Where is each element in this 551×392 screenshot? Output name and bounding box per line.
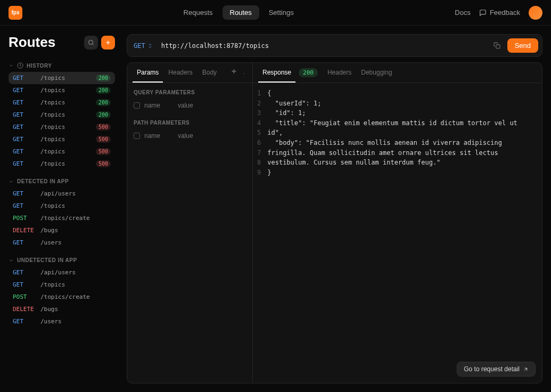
feedback-label: Feedback bbox=[490, 9, 520, 17]
route-item[interactable]: GET/topics200 bbox=[9, 109, 115, 121]
route-path: /topics bbox=[40, 124, 91, 130]
go-to-detail-button[interactable]: Go to request detail bbox=[457, 362, 536, 377]
route-item[interactable]: GET/topics500 bbox=[9, 121, 115, 133]
clock-icon bbox=[17, 62, 23, 69]
nav-right: Docs Feedback bbox=[455, 6, 542, 20]
section-detected-header[interactable]: DETECTED IN APP bbox=[9, 175, 115, 187]
param-value-input[interactable] bbox=[178, 102, 207, 109]
status-badge: 500 bbox=[96, 124, 111, 130]
path-params-title: PATH PARAMETERS bbox=[134, 120, 246, 126]
route-method: GET bbox=[13, 269, 35, 276]
sidebar-title: Routes bbox=[9, 34, 55, 51]
search-button[interactable] bbox=[84, 36, 98, 50]
route-path: /api/users bbox=[40, 269, 111, 276]
route-item[interactable]: GET/topics bbox=[9, 200, 115, 212]
avatar[interactable] bbox=[529, 6, 542, 20]
route-item[interactable]: DELETE/bugs bbox=[9, 224, 115, 236]
tab-debugging[interactable]: Debugging bbox=[357, 63, 396, 83]
tab-response[interactable]: Response bbox=[258, 63, 295, 83]
route-item[interactable]: GET/topics500 bbox=[9, 145, 115, 158]
line-numbers: 123456789 bbox=[253, 88, 267, 177]
route-item[interactable]: GET/topics500 bbox=[9, 158, 115, 170]
request-panel-body: QUERY PARAMETERS PATH PARAMETERS bbox=[127, 83, 252, 383]
tab-body[interactable]: Body bbox=[198, 63, 221, 83]
query-params-title: QUERY PARAMETERS bbox=[134, 89, 246, 95]
route-item[interactable]: POST/topics/create bbox=[9, 212, 115, 224]
chevron-down-icon bbox=[9, 258, 14, 263]
status-badge: 500 bbox=[96, 148, 111, 155]
more-button[interactable]: · bbox=[241, 67, 247, 79]
route-method: GET bbox=[13, 136, 35, 143]
method-select[interactable]: GET bbox=[134, 42, 157, 50]
ai-button[interactable] bbox=[228, 67, 240, 79]
svg-line-1 bbox=[92, 44, 93, 45]
tab-headers-response[interactable]: Headers bbox=[323, 63, 356, 83]
route-item[interactable]: GET/users bbox=[9, 315, 115, 328]
send-button[interactable]: Send bbox=[507, 38, 538, 53]
tab-headers-request[interactable]: Headers bbox=[164, 63, 196, 83]
add-route-button[interactable] bbox=[101, 36, 115, 50]
route-path: /topics bbox=[40, 99, 91, 106]
param-checkbox[interactable] bbox=[134, 102, 140, 109]
route-path: /topics bbox=[40, 148, 91, 155]
tab-params[interactable]: Params bbox=[133, 63, 163, 83]
undetected-list: GET/api/usersGET/topicsPOST/topics/creat… bbox=[9, 266, 115, 328]
sidebar: Routes HISTORY GET/topics200GET/topics20… bbox=[0, 26, 124, 392]
route-item[interactable]: GET/users bbox=[9, 236, 115, 249]
route-method: GET bbox=[13, 75, 35, 81]
route-item[interactable]: POST/topics/create bbox=[9, 291, 115, 303]
param-value-input[interactable] bbox=[178, 132, 207, 140]
route-item[interactable]: DELETE/bugs bbox=[9, 303, 115, 315]
copy-icon bbox=[494, 42, 500, 49]
copy-button[interactable] bbox=[491, 40, 503, 52]
nav-settings[interactable]: Settings bbox=[261, 5, 301, 20]
route-method: POST bbox=[13, 215, 35, 222]
route-item[interactable]: GET/topics200 bbox=[9, 84, 115, 96]
route-item[interactable]: GET/topics500 bbox=[9, 133, 115, 145]
route-method: GET bbox=[13, 190, 35, 197]
nav-requests[interactable]: Requests bbox=[176, 5, 220, 20]
route-path: /topics bbox=[40, 75, 91, 81]
section-history-header[interactable]: HISTORY bbox=[9, 59, 115, 72]
sidebar-actions bbox=[84, 36, 115, 50]
main: Routes HISTORY GET/topics200GET/topics20… bbox=[0, 26, 551, 392]
route-method: GET bbox=[13, 318, 35, 325]
route-path: /bugs bbox=[40, 306, 111, 313]
route-method: GET bbox=[13, 148, 35, 155]
status-badge: 500 bbox=[96, 136, 111, 143]
feedback-link[interactable]: Feedback bbox=[479, 9, 520, 17]
response-status-badge: 200 bbox=[299, 68, 318, 77]
detail-button-label: Go to request detail bbox=[464, 365, 520, 373]
panels: Params Headers Body · QUERY PARAMETERS bbox=[127, 62, 542, 383]
docs-link[interactable]: Docs bbox=[455, 9, 471, 17]
route-path: /users bbox=[40, 239, 111, 246]
sidebar-header: Routes bbox=[9, 34, 115, 51]
route-item[interactable]: GET/api/users bbox=[9, 187, 115, 200]
plus-icon bbox=[105, 39, 111, 46]
status-badge: 500 bbox=[96, 160, 111, 167]
nav-center: Requests Routes Settings bbox=[176, 5, 301, 20]
request-panel: Params Headers Body · QUERY PARAMETERS bbox=[127, 63, 253, 383]
path-params-section: PATH PARAMETERS bbox=[134, 120, 246, 142]
status-badge: 200 bbox=[96, 99, 111, 106]
route-item[interactable]: GET/api/users bbox=[9, 266, 115, 279]
url-input[interactable] bbox=[161, 42, 487, 50]
route-method: DELETE bbox=[13, 227, 35, 234]
param-name-input[interactable] bbox=[144, 102, 174, 109]
logo: fpx bbox=[9, 6, 22, 20]
status-badge: 200 bbox=[96, 87, 111, 94]
svg-point-0 bbox=[89, 40, 93, 44]
route-item[interactable]: GET/topics200 bbox=[9, 72, 115, 84]
param-name-input[interactable] bbox=[144, 132, 174, 140]
query-param-row bbox=[134, 100, 246, 111]
param-checkbox[interactable] bbox=[134, 133, 140, 139]
url-bar: GET Send bbox=[127, 34, 542, 57]
section-undetected-header[interactable]: UNDETECTED IN APP bbox=[9, 254, 115, 266]
route-path: /topics bbox=[40, 160, 91, 167]
route-item[interactable]: GET/topics bbox=[9, 279, 115, 291]
route-method: POST bbox=[13, 293, 35, 300]
nav-routes[interactable]: Routes bbox=[223, 5, 259, 20]
route-item[interactable]: GET/topics200 bbox=[9, 96, 115, 109]
section-undetected-label: UNDETECTED IN APP bbox=[17, 257, 77, 263]
path-param-row bbox=[134, 130, 246, 142]
